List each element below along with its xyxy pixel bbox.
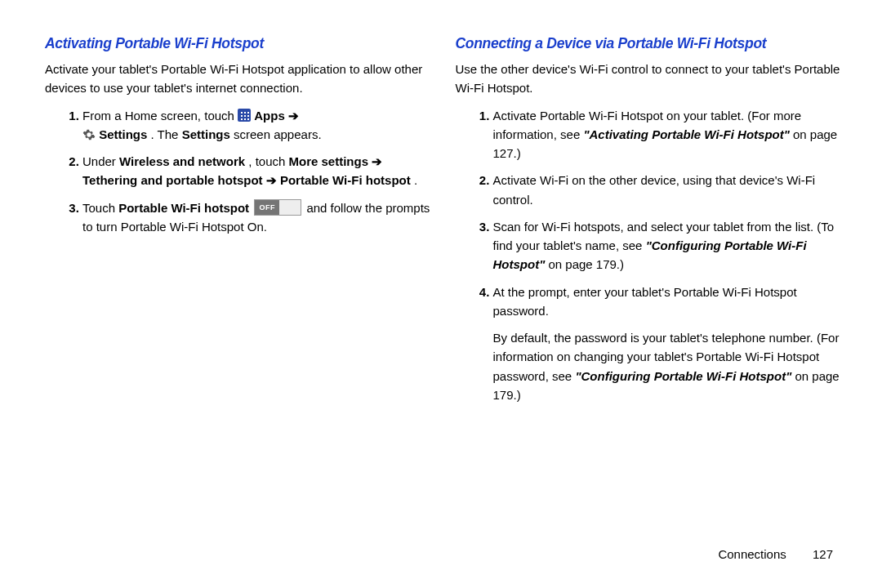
toggle-off-icon [254,199,301,216]
text: At the prompt, enter your tablet's Porta… [493,285,797,318]
manual-page: Activating Portable Wi-Fi Hotspot Activa… [0,0,882,588]
text: Touch [82,201,118,215]
right-step-4: At the prompt, enter your tablet's Porta… [493,283,842,321]
right-step-3: Scan for Wi-Fi hotspots, and select your… [493,217,842,274]
xref: "Configuring Portable Wi-Fi Hotspot" [575,369,791,383]
settings-label: Settings [99,127,147,141]
apps-icon [238,109,251,122]
right-note: By default, the password is your tablet'… [493,328,842,404]
portable-hotspot-label: Portable Wi-Fi hotspot [118,201,249,215]
text: . The [151,127,182,141]
left-section-title: Activating Portable Wi-Fi Hotspot [45,33,431,55]
page-footer: Connections 127 [45,537,841,564]
xref: "Activating Portable Wi-Fi Hotspot" [583,127,789,141]
text: . [414,173,417,187]
right-section-title: Connecting a Device via Portable Wi-Fi H… [456,33,842,55]
settings-label-2: Settings [182,127,230,141]
tethering-label: Tethering and portable hotspot [82,173,277,187]
right-column: Connecting a Device via Portable Wi-Fi H… [456,33,842,537]
apps-label: Apps [254,109,299,122]
footer-page-number: 127 [813,547,833,561]
text: From a Home screen, touch [82,109,238,122]
right-steps: Activate Portable Wi-Fi Hotspot on your … [456,106,842,321]
more-settings-label: More settings [289,154,383,168]
right-step-1: Activate Portable Wi-Fi Hotspot on your … [493,106,842,163]
left-step-1: From a Home screen, touch Apps Settings … [82,106,431,145]
right-intro: Use the other device's Wi-Fi control to … [456,60,842,98]
left-steps: From a Home screen, touch Apps Settings … [45,106,431,237]
two-column-layout: Activating Portable Wi-Fi Hotspot Activa… [45,33,841,537]
footer-section: Connections [718,547,786,561]
text: Activate Wi-Fi on the other device, usin… [493,173,816,206]
settings-icon [82,128,96,141]
left-step-3: Touch Portable Wi-Fi hotspot and follow … [82,198,431,237]
portable-hotspot-label: Portable Wi-Fi hotspot [280,173,411,187]
left-intro: Activate your tablet's Portable Wi-Fi Ho… [45,60,431,98]
right-step-2: Activate Wi-Fi on the other device, usin… [493,171,842,209]
left-step-2: Under Wireless and network , touch More … [82,152,431,190]
text: Under [82,154,119,168]
wireless-label: Wireless and network [119,154,245,168]
left-column: Activating Portable Wi-Fi Hotspot Activa… [45,33,431,537]
text: on page 179.) [548,257,624,271]
text: , touch [248,154,288,168]
text: screen appears. [234,127,322,141]
